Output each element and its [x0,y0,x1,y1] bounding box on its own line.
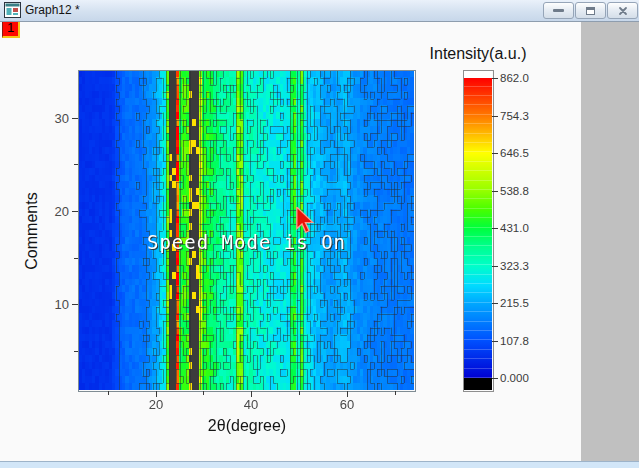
y-major-tick [72,304,78,305]
maximize-icon [586,7,595,15]
colorbar-tick-label: 538.8 [500,185,529,197]
x-tick-label: 20 [149,397,163,412]
y-tick-label: 30 [33,111,69,126]
maximize-button[interactable] [575,2,606,19]
colorbar-title: Intensity(a.u.) [408,45,548,63]
colorbar-tick [492,303,498,304]
y-axis-title: Comments [23,151,41,311]
minimize-button[interactable] [543,2,574,19]
x-minor-tick [203,391,204,395]
x-tick-label: 40 [244,397,258,412]
window-title: Graph12 * [25,3,80,17]
colorbar-tick [492,378,498,379]
colorbar-tick [492,78,498,79]
colorbar-tick-label: 0.000 [500,372,529,384]
colorbar-tick [492,266,498,267]
x-minor-tick [395,391,396,395]
y-minor-tick [74,351,78,352]
x-tick-label: 60 [340,397,354,412]
y-major-tick [72,118,78,119]
window-titlebar: Graph12 * [0,0,639,22]
y-major-tick [72,211,78,212]
colorbar-tick-label: 215.5 [500,297,529,309]
minimize-icon [553,9,564,12]
x-minor-tick [108,391,109,395]
colorbar-tick-label: 107.8 [500,335,529,347]
window-below-strip [0,461,639,468]
x-axis-title: 2θ(degree) [167,417,327,435]
colorbar-tick [492,153,498,154]
colorbar-tick [492,341,498,342]
colorbar-tick-label: 862.0 [500,72,529,84]
graph-window-icon [4,2,21,18]
y-minor-tick [74,164,78,165]
x-minor-tick [299,391,300,395]
colorbar-tick [492,228,498,229]
origin-graph-window: Graph12 * 1 204060102030 2θ(degree) Comm… [0,0,639,468]
y-minor-tick [74,258,78,259]
colorbar-tick [492,116,498,117]
colorbar-above-cap [464,71,492,78]
close-icon [618,6,628,16]
colorbar-gradient[interactable] [464,78,492,378]
colorbar-below-cap [464,378,492,390]
colorbar-tick-label: 646.5 [500,147,529,159]
close-button[interactable] [607,2,638,19]
colorbar-tick-label: 323.3 [500,260,529,272]
colorbar-tick [492,191,498,192]
colorbar-tick-label: 431.0 [500,222,529,234]
colorbar-tick-label: 754.3 [500,110,529,122]
heatmap-canvas[interactable] [79,71,414,390]
